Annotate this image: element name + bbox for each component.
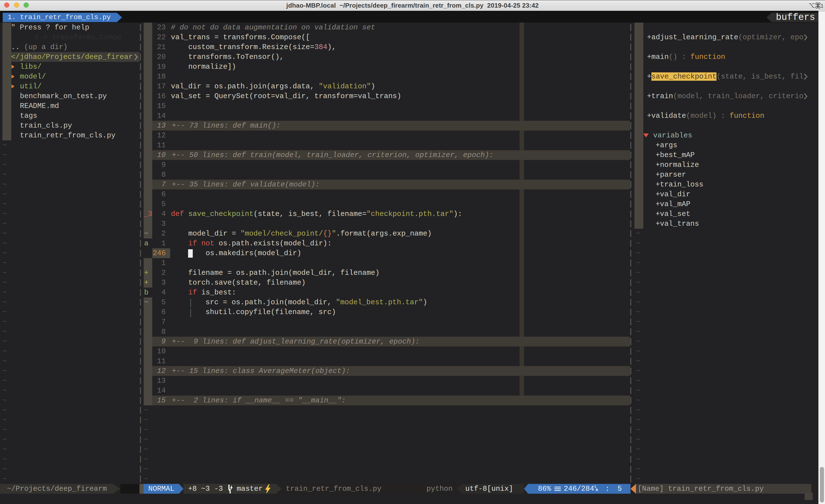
svg-text:1: 1 bbox=[821, 3, 823, 9]
